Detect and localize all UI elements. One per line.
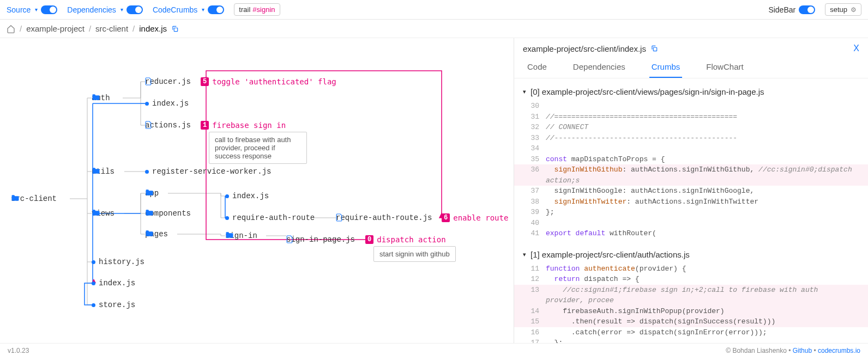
- sidebar-tabs: Code Dependencies Crumbs FlowChart: [514, 57, 868, 78]
- home-icon[interactable]: [7, 25, 15, 33]
- crumb-5[interactable]: 5toggle 'authenticated' flag: [201, 77, 336, 86]
- copy-icon[interactable]: [650, 45, 658, 52]
- chevron-down-icon: ▾: [120, 7, 123, 13]
- crumb-1[interactable]: 1firebase sign in: [201, 121, 286, 130]
- credit: © Bohdan Liashenko •: [726, 347, 791, 354]
- source-toggle[interactable]: Source▾: [7, 5, 57, 14]
- svg-rect-0: [174, 28, 177, 31]
- switch-on-icon[interactable]: [41, 5, 57, 14]
- footer: v1.0.23 © Bohdan Liashenko • Github • co…: [0, 343, 868, 355]
- crumb-section-title[interactable]: ▾[0] example-project/src-client/views/pa…: [514, 85, 868, 101]
- file-require-auth-route[interactable]: require-auth-route.js: [336, 213, 432, 222]
- folder-sign-in[interactable]: sign-in: [225, 231, 257, 240]
- sidebar-toggle[interactable]: SideBar: [768, 5, 815, 14]
- breadcrumb-item[interactable]: src-client: [95, 24, 128, 33]
- file-store[interactable]: store.js: [92, 301, 135, 309]
- version-label: v1.0.23: [8, 347, 29, 354]
- setup-button[interactable]: setup ⚙: [825, 3, 861, 16]
- folder-require-auth-route[interactable]: require-auth-route: [225, 213, 315, 222]
- folder-app[interactable]: app: [145, 189, 159, 198]
- chevron-down-icon: ▾: [202, 7, 204, 13]
- file-sign-in-page[interactable]: sign-in-page.js: [286, 235, 355, 244]
- site-link[interactable]: codecrumbs.io: [818, 347, 860, 354]
- file-index[interactable]: index.js: [92, 279, 135, 287]
- github-link[interactable]: Github: [793, 347, 812, 354]
- code-line: 13 //cc:signin#1;firebase sign in;+2;cal…: [514, 285, 868, 306]
- chevron-down-icon: ▾: [523, 88, 526, 95]
- tab-flowchart[interactable]: FlowChart: [704, 57, 745, 78]
- breadcrumb: / example-project / src-client / index.j…: [0, 20, 868, 38]
- file-history[interactable]: history.js: [92, 258, 144, 266]
- code-line: 30: [514, 101, 868, 112]
- dot-icon: [225, 194, 229, 198]
- folder-icon: [11, 194, 20, 201]
- code-line: 33//------------------------------------…: [514, 133, 868, 144]
- code-line: 15 .then(result => dispatch(signInSucces…: [514, 316, 868, 327]
- switch-on-icon[interactable]: [799, 5, 815, 14]
- code-line: 38 signInWithTwitter: authActions.signIn…: [514, 197, 868, 207]
- sidebar: example-project/src-client/index.js X Co…: [514, 38, 868, 343]
- gear-icon: ⚙: [851, 6, 857, 14]
- close-icon[interactable]: X: [853, 44, 859, 53]
- folder-icon: [92, 209, 100, 216]
- tab-dependencies[interactable]: Dependencies: [571, 57, 628, 78]
- crumb-section-title[interactable]: ▾[1] example-project/src-client/auth/act…: [514, 248, 868, 264]
- file-reducer[interactable]: reducer.js: [145, 77, 191, 86]
- code-line: 32// CONNECT: [514, 122, 868, 133]
- code-line: 37 signInWithGoogle: authActions.signInW…: [514, 186, 868, 197]
- folder-auth[interactable]: auth: [92, 94, 110, 102]
- folder-utils[interactable]: utils: [92, 167, 114, 176]
- svg-rect-4: [653, 47, 656, 51]
- folder-views[interactable]: views: [92, 209, 114, 218]
- folder-icon: [225, 231, 234, 238]
- sidebar-path: example-project/src-client/index.js: [523, 44, 646, 53]
- folder-components[interactable]: components: [145, 209, 191, 218]
- tooltip-firebase: call to firebase with auth provider, pro…: [209, 132, 307, 164]
- folder-icon: [145, 189, 154, 196]
- code-line: 36 signInWithGithub: authActions.signInW…: [514, 164, 868, 186]
- file-icon: [145, 77, 152, 85]
- file-icon: [286, 235, 293, 243]
- dot-icon: [92, 260, 95, 264]
- code-line: 31//====================================…: [514, 112, 868, 123]
- crumb-0[interactable]: 0dispatch action: [365, 235, 446, 244]
- code-line: 17 };: [514, 338, 868, 343]
- file-app-index[interactable]: index.js: [225, 192, 269, 200]
- file-icon: [145, 121, 152, 129]
- code-line: 41export default withRouter(: [514, 228, 868, 239]
- file-auth-index[interactable]: index.js: [145, 99, 189, 108]
- file-actions[interactable]: actions.js: [145, 121, 191, 130]
- code-line: 11function authenticate(provider) {: [514, 264, 868, 274]
- crumbs-panel[interactable]: ▾[0] example-project/src-client/views/pa…: [514, 78, 868, 343]
- copy-icon[interactable]: [171, 25, 179, 33]
- code-line: 40: [514, 218, 868, 229]
- breadcrumb-current: index.js: [139, 24, 167, 33]
- folder-src-client[interactable]: src-client: [11, 194, 57, 203]
- dot-icon: [92, 303, 95, 307]
- tab-code[interactable]: Code: [525, 57, 549, 78]
- folder-icon: [145, 209, 154, 216]
- dependency-graph[interactable]: src-client auth utils views history.js i…: [0, 38, 514, 343]
- crumb-6[interactable]: 6enable route: [442, 213, 508, 222]
- code-line: 16 .catch(error => dispatch(signInError(…: [514, 327, 868, 338]
- switch-on-icon[interactable]: [126, 5, 143, 14]
- tab-crumbs[interactable]: Crumbs: [649, 57, 683, 78]
- file-register-sw[interactable]: register-service-worker.js: [145, 167, 271, 176]
- chevron-down-icon: ▾: [523, 251, 526, 258]
- codecrumbs-toggle[interactable]: CodeCrumbs▾: [153, 5, 224, 14]
- switch-on-icon[interactable]: [208, 5, 224, 14]
- breadcrumb-item[interactable]: example-project: [26, 24, 85, 33]
- trail-badge[interactable]: trail#signin: [234, 3, 280, 16]
- folder-icon: [145, 230, 154, 237]
- dot-icon: [145, 170, 149, 174]
- topbar: Source▾ Dependencies▾ CodeCrumbs▾ trail#…: [0, 0, 868, 20]
- tooltip-github: start signin with github: [373, 246, 456, 262]
- file-icon: [336, 213, 343, 222]
- folder-pages[interactable]: pages: [145, 230, 168, 238]
- code-line: 35const mapDispatchToProps = {: [514, 154, 868, 165]
- dot-icon: [92, 281, 95, 285]
- dependencies-toggle[interactable]: Dependencies▾: [67, 5, 143, 14]
- code-line: 39};: [514, 207, 868, 218]
- main-area: src-client auth utils views history.js i…: [0, 38, 868, 343]
- sidebar-header: example-project/src-client/index.js X: [514, 38, 868, 57]
